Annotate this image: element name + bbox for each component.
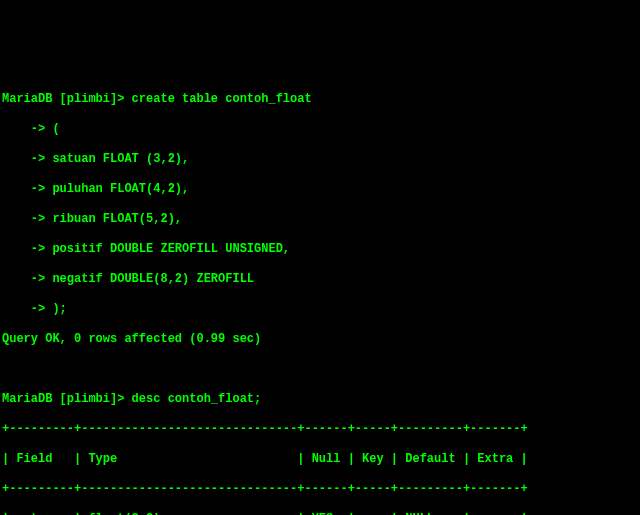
sql-create-line: -> negatif DOUBLE(8,2) ZEROFILL xyxy=(2,272,254,286)
table-header-row: | Field | Type | Null | Key | Default | … xyxy=(2,452,528,466)
terminal-window[interactable]: MariaDB [plimbi]> create table contoh_fl… xyxy=(0,75,640,515)
query-status: Query OK, 0 rows affected (0.99 sec) xyxy=(2,332,261,346)
sql-create-line: -> positif DOUBLE ZEROFILL UNSIGNED, xyxy=(2,242,290,256)
sql-create-line: MariaDB [plimbi]> create table contoh_fl… xyxy=(2,92,312,106)
sql-create-line: -> ( xyxy=(2,122,60,136)
sql-create-line: -> ribuan FLOAT(5,2), xyxy=(2,212,182,226)
table-border: +---------+-----------------------------… xyxy=(2,482,528,496)
sql-create-line: -> puluhan FLOAT(4,2), xyxy=(2,182,189,196)
table-border: +---------+-----------------------------… xyxy=(2,422,528,436)
sql-desc-line: MariaDB [plimbi]> desc contoh_float; xyxy=(2,392,261,406)
sql-create-line: -> ); xyxy=(2,302,67,316)
sql-create-line: -> satuan FLOAT (3,2), xyxy=(2,152,189,166)
